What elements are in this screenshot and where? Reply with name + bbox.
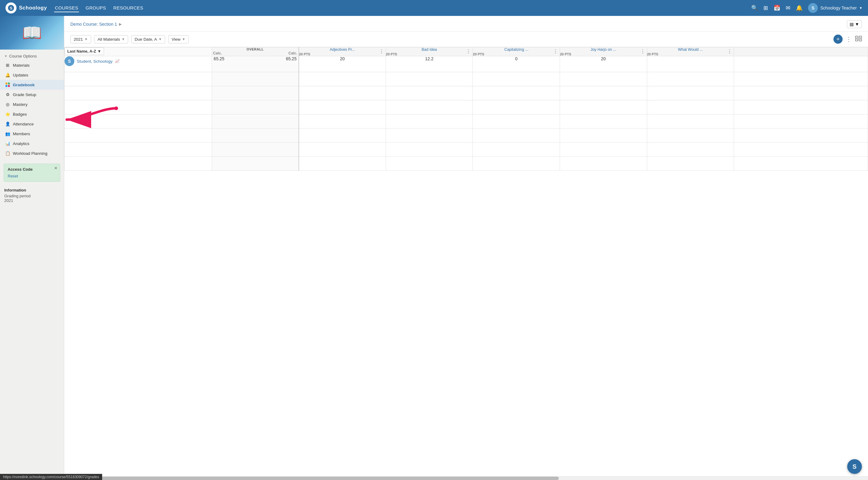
access-code-title: Access Code xyxy=(8,167,56,172)
grade-cell-0-3[interactable]: 20 xyxy=(560,56,647,72)
breadcrumb-course-link[interactable]: Demo Course: Section 1 xyxy=(70,22,117,27)
breadcrumb-bar: Demo Course: Section 1 ▶ ▤ ▼ xyxy=(64,16,868,31)
course-options-label: Course Options xyxy=(9,54,37,58)
gradebook-container: Last Name, A-Z ▼ OVERALL Calc. Calc. xyxy=(64,47,868,476)
assignment-4-menu[interactable]: ⋮ xyxy=(727,49,732,54)
scrollbar-thumb[interactable] xyxy=(76,477,559,480)
logo[interactable]: S Schoology xyxy=(5,2,47,13)
sidebar-item-grade-setup[interactable]: ⚙ Grade Setup xyxy=(0,90,64,99)
overall1-value: 65.25 xyxy=(214,56,224,61)
student-name-0[interactable]: Student, Schoology xyxy=(77,59,113,64)
table-row xyxy=(65,114,868,128)
svg-rect-4 xyxy=(5,85,7,87)
nav-courses[interactable]: COURSES xyxy=(54,4,79,12)
view-value: View xyxy=(172,37,181,41)
sidebar-item-members-label: Members xyxy=(13,131,30,136)
user-dropdown-arrow: ▼ xyxy=(859,6,863,10)
grade-cell-0-4[interactable] xyxy=(647,56,734,72)
sort-dropdown-arrow: ▼ xyxy=(97,49,101,54)
student-col-header: Last Name, A-Z ▼ xyxy=(65,48,212,56)
assignment-2-menu[interactable]: ⋮ xyxy=(553,49,558,54)
sort-value: Due Date, A xyxy=(134,37,157,41)
nav-right: 🔍 ⊞ 📅 ✉ 🔔 S Schoology Teacher ▼ xyxy=(751,3,863,13)
nav-groups[interactable]: GROUPS xyxy=(85,4,107,12)
grade-cell-0-1[interactable]: 12.2 xyxy=(386,56,473,72)
view-toggle-icon: ▤ xyxy=(850,22,854,27)
access-code-box: ✕ Access Code Reset xyxy=(4,164,60,182)
badges-icon: ⭐ xyxy=(5,111,10,117)
svg-rect-3 xyxy=(8,83,10,84)
assignment-col-3: ⋮ Joy Harjo on ... 20 PTS xyxy=(560,48,647,56)
svg-rect-2 xyxy=(5,83,7,84)
materials-filter-dropdown[interactable]: All Materials ▼ xyxy=(94,35,128,43)
nav-resources[interactable]: RESOURCES xyxy=(113,4,144,12)
view-arrow: ▼ xyxy=(182,37,185,41)
student-sort-dropdown[interactable]: Last Name, A-Z ▼ xyxy=(65,48,104,55)
sort-label: Last Name, A-Z xyxy=(67,49,96,54)
sidebar-item-gradebook[interactable]: Gradebook xyxy=(0,80,64,90)
table-row xyxy=(65,157,868,171)
sidebar-item-members[interactable]: 👥 Members xyxy=(0,129,64,139)
chat-fab-button[interactable]: S xyxy=(847,459,862,474)
sidebar-item-attendance[interactable]: 👤 Attendance xyxy=(0,119,64,129)
grid-icon[interactable]: ⊞ xyxy=(764,5,768,11)
user-menu[interactable]: S Schoology Teacher ▼ xyxy=(808,3,863,13)
top-navigation: S Schoology COURSES GROUPS RESOURCES 🔍 ⊞… xyxy=(0,0,868,16)
grade-value-0-2: 0 xyxy=(515,56,518,61)
sidebar-item-materials[interactable]: ⊞ Materials xyxy=(0,60,64,70)
grade-cell-0-5[interactable] xyxy=(734,56,868,72)
grading-period-label: Grading period xyxy=(4,194,60,198)
sort-dropdown[interactable]: Due Date, A ▼ xyxy=(131,35,165,43)
status-bar: https://noredink.schoology.com/course/55… xyxy=(0,474,102,480)
access-code-close[interactable]: ✕ xyxy=(54,166,58,171)
sort-arrow: ▼ xyxy=(158,37,162,41)
sidebar-item-workload-planning[interactable]: 📋 Workload Planning xyxy=(0,148,64,158)
year-dropdown-arrow: ▼ xyxy=(85,37,88,41)
notifications-icon[interactable]: 🔔 xyxy=(796,5,803,11)
overall-label: OVERALL xyxy=(212,48,299,51)
grade-cell-0-2[interactable]: 0 xyxy=(473,56,560,72)
information-box: Information Grading period 2021 xyxy=(0,185,64,206)
assignment-1-menu[interactable]: ⋮ xyxy=(466,49,471,54)
student-chart-icon-0[interactable]: 📈 xyxy=(115,59,120,63)
access-code-reset-link[interactable]: Reset xyxy=(8,174,18,178)
assignment-0-menu[interactable]: ⋮ xyxy=(379,49,384,54)
table-row xyxy=(65,100,868,114)
assignment-3-title[interactable]: Joy Harjo on ... xyxy=(560,48,647,52)
sidebar-item-updates[interactable]: 🔔 Updates xyxy=(0,70,64,80)
workload-icon: 📋 xyxy=(5,151,10,156)
analytics-icon: 📊 xyxy=(5,141,10,146)
sidebar-item-badges[interactable]: ⭐ Badges xyxy=(0,109,64,119)
sidebar-item-updates-label: Updates xyxy=(13,73,28,78)
search-icon[interactable]: 🔍 xyxy=(751,5,758,11)
svg-text:S: S xyxy=(10,6,12,10)
assignment-2-title[interactable]: Capitalizing ... xyxy=(473,48,560,52)
sidebar-item-analytics[interactable]: 📊 Analytics xyxy=(0,139,64,148)
view-toggle-button[interactable]: ▤ ▼ xyxy=(847,20,862,28)
assignment-col-4: ⋮ What Would ... 20 PTS xyxy=(647,48,734,56)
course-image: 📖 xyxy=(0,16,64,50)
overall-sub-left: Calc. xyxy=(213,51,222,55)
table-row xyxy=(65,143,868,157)
assignment-0-title[interactable]: Adjectives Pr... xyxy=(299,48,386,52)
year-value: 2021 xyxy=(74,37,83,41)
calendar-icon[interactable]: 📅 xyxy=(774,5,780,11)
view-dropdown[interactable]: View ▼ xyxy=(168,35,189,43)
assignment-2-pts: 20 PTS xyxy=(473,52,484,56)
assignment-4-title[interactable]: What Would ... xyxy=(647,48,734,52)
grade-cell-0-0[interactable]: 20 xyxy=(299,56,386,72)
logo-icon: S xyxy=(5,2,17,13)
sidebar-item-mastery[interactable]: ◎ Mastery xyxy=(0,99,64,109)
assignment-0-pts: 20 PTS xyxy=(299,52,310,56)
expand-button[interactable] xyxy=(855,36,862,42)
assignment-1-title[interactable]: Bad Idea xyxy=(386,48,473,52)
year-dropdown[interactable]: 2021 ▼ xyxy=(70,35,91,43)
horizontal-scrollbar[interactable] xyxy=(64,476,868,480)
logo-text: Schoology xyxy=(19,5,47,11)
gradebook-toolbar: 2021 ▼ All Materials ▼ Due Date, A ▼ Vie… xyxy=(64,31,868,47)
messages-icon[interactable]: ✉ xyxy=(786,5,790,11)
more-options-button[interactable]: ⋮ xyxy=(846,35,852,43)
assignment-3-menu[interactable]: ⋮ xyxy=(640,49,645,54)
add-button[interactable]: + xyxy=(833,35,843,44)
course-options-toggle[interactable]: ▼ Course Options xyxy=(0,52,64,60)
